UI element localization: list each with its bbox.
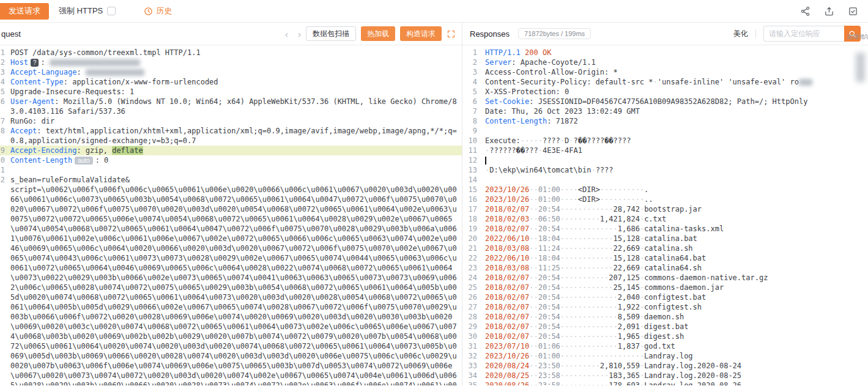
code-segment-t: commons-daemon.jar: [644, 283, 724, 292]
export-icon[interactable]: [824, 6, 834, 17]
code-line[interactable]: 8Content-Length: 71872: [462, 116, 868, 126]
code-segment-d: ·: [560, 136, 565, 145]
code-line[interactable]: 322023/10/26··01:00···················La…: [462, 351, 868, 361]
code-line[interactable]: 13·D:\ekp\win64\tomcat\bin·????: [462, 165, 868, 175]
line-number: 34: [462, 371, 477, 380]
hot-reload-button[interactable]: 热加载: [361, 26, 395, 41]
code-segment-o: 2018/03/08: [485, 244, 529, 253]
code-line[interactable]: 182018/02/03··06:50·········1,421,824·c.…: [462, 214, 868, 224]
code-segment-o: 2023/10/26: [485, 195, 529, 204]
code-segment-o: 2022/06/10: [485, 254, 529, 262]
code-line[interactable]: 3Accept-Language:: [0, 67, 462, 77]
expand-icon[interactable]: [447, 29, 456, 39]
code-line[interactable]: 152023/10/26··01:00····<DIR>··········.: [462, 185, 868, 195]
report-icon[interactable]: [848, 6, 858, 17]
toolbar-icons: [800, 6, 858, 17]
code-segment-t: catalina64.sh: [644, 264, 702, 272]
line-number: 25: [462, 283, 477, 292]
code-segment-t: .: [644, 185, 648, 194]
code-line[interactable]: 332020/08/24··23:50·········2,810,559·La…: [462, 361, 868, 371]
code-segment-d: ··: [529, 362, 538, 370]
code-line[interactable]: 2Server: Apache-Coyote/1.1: [462, 58, 868, 67]
request-editor[interactable]: 1POST /data/sys-common/treexml.tmpl HTTP…: [0, 45, 462, 385]
code-segment-d: ·: [653, 78, 658, 86]
code-segment-k: User-Agent: [10, 97, 54, 106]
code-line[interactable]: 11·??????��???·4E3E-4FA1: [462, 146, 868, 155]
search-input[interactable]: [763, 26, 844, 42]
code-segment-o: 2018/02/07: [485, 225, 529, 233]
nav-prev-button[interactable]: ‹: [285, 29, 288, 39]
code-line[interactable]: 312023/07/10··01:06·············1,837·go…: [462, 341, 868, 351]
code-segment-t: 1,837: [618, 342, 640, 351]
code-segment-d: ··: [529, 234, 538, 243]
code-line[interactable]: 342020/08/25··23:58···········183,365·La…: [462, 371, 868, 380]
line-number: 10: [0, 155, 5, 165]
code-segment-blur: [86, 69, 144, 76]
code-segment-t: 15,128: [614, 254, 640, 262]
code-line[interactable]: 10Execute:·····????·D·?��????��????: [462, 136, 868, 146]
code-line[interactable]: 10Content-Lengthauto: 0: [0, 155, 462, 165]
code-line[interactable]: 4Content-Security-Policy: default-src *·…: [462, 77, 868, 87]
code-line[interactable]: 7RunGo: dir: [0, 116, 462, 126]
code-line[interactable]: 352020/08/26··23:58···········178,693·La…: [462, 380, 868, 385]
line-number: 30: [462, 332, 477, 341]
code-segment-t: 28,742: [614, 205, 640, 213]
code-line[interactable]: 212018/03/08··11:24············22,669·ca…: [462, 243, 868, 253]
packet-scan-button[interactable]: 数据包扫描: [306, 26, 356, 41]
code-line[interactable]: 272018/02/07··20:54·············1,922·co…: [462, 302, 868, 312]
code-line[interactable]: 202022/06/10··18:04············15,128·ca…: [462, 234, 868, 243]
code-line[interactable]: 292018/02/07··20:54·············2,091·di…: [462, 322, 868, 332]
code-line[interactable]: 12s_bean=ruleFormulaValidate& script=\u0…: [0, 175, 462, 385]
code-line[interactable]: 5Upgrade-Insecure-Requests: 1: [0, 87, 462, 97]
code-line[interactable]: 7Date: Thu, 26 Oct 2023 13:02:49 GMT: [462, 106, 868, 116]
code-line[interactable]: 1HTTP/1.1 200 OK: [462, 48, 868, 58]
code-segment-o: 2018/02/07: [485, 205, 529, 213]
code-segment-d: ··: [529, 264, 538, 272]
code-line[interactable]: 302018/02/07··20:54·············1,965·di…: [462, 332, 868, 341]
code-line[interactable]: 1POST /data/sys-common/treexml.tmpl HTTP…: [0, 48, 462, 58]
code-line[interactable]: 252018/02/07··20:54············25,145·co…: [462, 283, 868, 292]
code-line[interactable]: 282018/02/07··20:54·············8,509·da…: [462, 312, 868, 322]
code-line[interactable]: 192018/02/07··20:54·············1,686·ca…: [462, 224, 868, 234]
code-line[interactable]: 14: [462, 175, 868, 185]
code-line[interactable]: 9Accept-Encoding: gzip, deflate: [0, 146, 462, 155]
code-segment-o: 2018/02/07: [485, 313, 529, 321]
code-line[interactable]: 162023/10/26··01:00····<DIR>··········..: [462, 195, 868, 204]
line-number: 18: [462, 214, 477, 224]
line-number: 15: [462, 185, 477, 195]
line-number: 31: [462, 341, 477, 351]
code-segment-k: Accept-Language: [10, 68, 76, 76]
code-line[interactable]: 2Host?:: [0, 58, 462, 67]
code-segment-k: Host: [10, 58, 28, 67]
redaction-overlay: [854, 48, 868, 88]
response-editor[interactable]: 1HTTP/1.1 200 OK2Server: Apache-Coyote/1…: [462, 45, 868, 385]
history-button[interactable]: 历史: [144, 6, 172, 17]
code-segment-t: :: [40, 58, 49, 67]
force-https-checkbox[interactable]: [107, 7, 116, 15]
code-segment-t: Landray.log: [644, 352, 692, 360]
code-line[interactable]: 5X-XSS-Protection: 0: [462, 87, 868, 97]
line-number: 4: [0, 77, 5, 87]
code-line[interactable]: 8Accept: text/html,application/xhtml+xml…: [0, 126, 462, 146]
send-request-button[interactable]: 发送请求: [0, 3, 49, 20]
code-line[interactable]: 6Set-Cookie: JSESSIONID=DF04567C47756A10…: [462, 97, 868, 106]
code-line[interactable]: 172018/02/07··20:54············28,742·bo…: [462, 204, 868, 214]
code-line[interactable]: 11: [0, 165, 462, 175]
code-segment-o: 2018/02/03: [485, 215, 529, 223]
code-line[interactable]: 3Access-Control-Allow-Origin: *: [462, 67, 868, 77]
nav-next-button[interactable]: ›: [298, 29, 301, 39]
code-line[interactable]: 9: [462, 126, 868, 136]
code-line[interactable]: 4Content-Type: application/x-www-form-ur…: [0, 77, 462, 87]
code-segment-d: ··: [529, 283, 538, 292]
code-segment-t: Date: Thu, 26 Oct 2023 13:02:49 GMT: [485, 107, 640, 116]
construct-request-button[interactable]: 构造请求: [400, 26, 442, 41]
beautify-button[interactable]: 美化: [733, 29, 748, 39]
code-line[interactable]: 12: [462, 155, 868, 165]
code-line[interactable]: 6User-Agent: Mozilla/5.0 (Windows NT 10.…: [0, 97, 462, 116]
code-line[interactable]: 262018/02/07··20:54·············2,040·co…: [462, 292, 868, 302]
code-line[interactable]: 242018/02/07··20:54···········207,125·co…: [462, 273, 868, 283]
code-segment-t: Upgrade-Insecure-Requests: 1: [10, 87, 134, 96]
share-icon[interactable]: [800, 6, 811, 17]
code-line[interactable]: 222022/06/10··18:04············15,128·ca…: [462, 253, 868, 263]
code-line[interactable]: 232018/03/08··11:25············22,669·ca…: [462, 263, 868, 273]
